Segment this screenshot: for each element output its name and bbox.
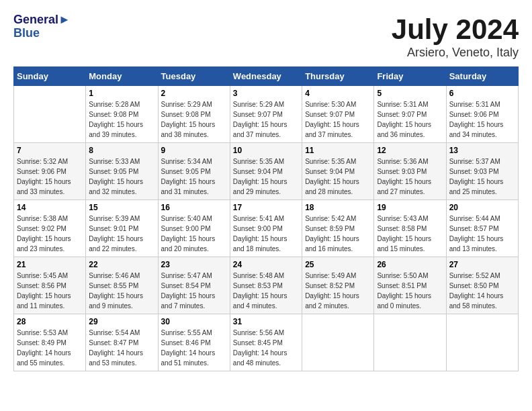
day-header-thursday: Thursday [302, 67, 374, 86]
day-number: 4 [305, 89, 371, 98]
day-header-tuesday: Tuesday [158, 67, 230, 86]
day-info: Sunrise: 5:52 AMSunset: 8:50 PMDaylight:… [449, 271, 515, 311]
week-row-2: 7Sunrise: 5:32 AMSunset: 9:06 PMDaylight… [14, 143, 519, 200]
day-number: 24 [233, 260, 299, 269]
week-row-3: 14Sunrise: 5:38 AMSunset: 9:02 PMDayligh… [14, 200, 519, 257]
day-info: Sunrise: 5:32 AMSunset: 9:06 PMDaylight:… [17, 156, 83, 197]
calendar-cell [446, 314, 518, 371]
day-info: Sunrise: 5:31 AMSunset: 9:07 PMDaylight:… [377, 99, 443, 140]
day-number: 30 [161, 317, 227, 326]
day-number: 12 [377, 146, 443, 155]
day-info: Sunrise: 5:39 AMSunset: 9:01 PMDaylight:… [89, 214, 154, 254]
calendar-cell: 22Sunrise: 5:46 AMSunset: 8:55 PMDayligh… [86, 257, 158, 314]
calendar-cell: 9Sunrise: 5:34 AMSunset: 9:05 PMDaylight… [158, 143, 230, 200]
calendar-cell: 24Sunrise: 5:48 AMSunset: 8:53 PMDayligh… [230, 257, 302, 314]
calendar-cell: 29Sunrise: 5:54 AMSunset: 8:47 PMDayligh… [86, 314, 158, 371]
day-info: Sunrise: 5:42 AMSunset: 8:59 PMDaylight:… [305, 214, 371, 254]
day-info: Sunrise: 5:56 AMSunset: 8:45 PMDaylight:… [233, 328, 299, 368]
header-row: SundayMondayTuesdayWednesdayThursdayFrid… [14, 67, 519, 86]
day-number: 10 [233, 146, 299, 155]
calendar-cell: 20Sunrise: 5:44 AMSunset: 8:57 PMDayligh… [446, 200, 518, 257]
day-info: Sunrise: 5:47 AMSunset: 8:54 PMDaylight:… [161, 271, 227, 311]
day-header-sunday: Sunday [14, 67, 86, 86]
calendar-title: July 2024 [392, 13, 519, 46]
calendar-cell: 31Sunrise: 5:56 AMSunset: 8:45 PMDayligh… [230, 314, 302, 371]
calendar-cell: 5Sunrise: 5:31 AMSunset: 9:07 PMDaylight… [374, 86, 446, 143]
day-info: Sunrise: 5:29 AMSunset: 9:07 PMDaylight:… [233, 99, 299, 140]
calendar-cell: 7Sunrise: 5:32 AMSunset: 9:06 PMDaylight… [14, 143, 86, 200]
calendar-cell: 19Sunrise: 5:43 AMSunset: 8:58 PMDayligh… [374, 200, 446, 257]
day-number: 3 [233, 89, 299, 98]
calendar-cell: 13Sunrise: 5:37 AMSunset: 9:03 PMDayligh… [446, 143, 518, 200]
day-number: 25 [305, 260, 371, 269]
title-block: July 2024 Arsiero, Veneto, Italy [392, 13, 519, 60]
week-row-5: 28Sunrise: 5:53 AMSunset: 8:49 PMDayligh… [14, 314, 519, 371]
day-info: Sunrise: 5:50 AMSunset: 8:51 PMDaylight:… [377, 271, 443, 311]
calendar-cell: 11Sunrise: 5:35 AMSunset: 9:04 PMDayligh… [302, 143, 374, 200]
day-number: 1 [89, 89, 154, 98]
calendar-cell: 16Sunrise: 5:40 AMSunset: 9:00 PMDayligh… [158, 200, 230, 257]
calendar-cell: 17Sunrise: 5:41 AMSunset: 9:00 PMDayligh… [230, 200, 302, 257]
day-number: 14 [17, 203, 83, 212]
day-header-saturday: Saturday [446, 67, 518, 86]
day-info: Sunrise: 5:55 AMSunset: 8:46 PMDaylight:… [161, 328, 227, 368]
day-number: 9 [161, 146, 227, 155]
day-info: Sunrise: 5:35 AMSunset: 9:04 PMDaylight:… [305, 156, 371, 197]
day-info: Sunrise: 5:34 AMSunset: 9:05 PMDaylight:… [161, 156, 227, 197]
day-number: 27 [449, 260, 515, 269]
calendar-cell: 28Sunrise: 5:53 AMSunset: 8:49 PMDayligh… [14, 314, 86, 371]
day-number: 6 [449, 89, 515, 98]
day-number: 22 [89, 260, 154, 269]
day-info: Sunrise: 5:48 AMSunset: 8:53 PMDaylight:… [233, 271, 299, 311]
calendar-cell: 21Sunrise: 5:45 AMSunset: 8:56 PMDayligh… [14, 257, 86, 314]
day-info: Sunrise: 5:33 AMSunset: 9:05 PMDaylight:… [89, 156, 154, 197]
day-header-monday: Monday [86, 67, 158, 86]
calendar-cell: 23Sunrise: 5:47 AMSunset: 8:54 PMDayligh… [158, 257, 230, 314]
day-number: 28 [17, 317, 83, 326]
day-info: Sunrise: 5:28 AMSunset: 9:08 PMDaylight:… [89, 99, 154, 140]
day-info: Sunrise: 5:44 AMSunset: 8:57 PMDaylight:… [449, 214, 515, 254]
day-info: Sunrise: 5:30 AMSunset: 9:07 PMDaylight:… [305, 99, 371, 140]
calendar-cell [302, 314, 374, 371]
calendar-cell: 12Sunrise: 5:36 AMSunset: 9:03 PMDayligh… [374, 143, 446, 200]
calendar-cell: 3Sunrise: 5:29 AMSunset: 9:07 PMDaylight… [230, 86, 302, 143]
day-info: Sunrise: 5:49 AMSunset: 8:52 PMDaylight:… [305, 271, 371, 311]
day-header-wednesday: Wednesday [230, 67, 302, 86]
calendar-cell [14, 86, 86, 143]
day-number: 17 [233, 203, 299, 212]
day-info: Sunrise: 5:36 AMSunset: 9:03 PMDaylight:… [377, 156, 443, 197]
day-number: 23 [161, 260, 227, 269]
calendar-cell: 10Sunrise: 5:35 AMSunset: 9:04 PMDayligh… [230, 143, 302, 200]
day-number: 13 [449, 146, 515, 155]
day-number: 15 [89, 203, 154, 212]
day-number: 26 [377, 260, 443, 269]
logo-line2: Blue [13, 27, 71, 40]
day-info: Sunrise: 5:37 AMSunset: 9:03 PMDaylight:… [449, 156, 515, 197]
day-info: Sunrise: 5:40 AMSunset: 9:00 PMDaylight:… [161, 214, 227, 254]
calendar-cell: 14Sunrise: 5:38 AMSunset: 9:02 PMDayligh… [14, 200, 86, 257]
calendar-cell: 8Sunrise: 5:33 AMSunset: 9:05 PMDaylight… [86, 143, 158, 200]
week-row-1: 1Sunrise: 5:28 AMSunset: 9:08 PMDaylight… [14, 86, 519, 143]
day-number: 7 [17, 146, 83, 155]
day-info: Sunrise: 5:45 AMSunset: 8:56 PMDaylight:… [17, 271, 83, 311]
day-info: Sunrise: 5:43 AMSunset: 8:58 PMDaylight:… [377, 214, 443, 254]
logo-line1: General► [13, 13, 71, 27]
day-info: Sunrise: 5:53 AMSunset: 8:49 PMDaylight:… [17, 328, 83, 368]
day-info: Sunrise: 5:38 AMSunset: 9:02 PMDaylight:… [17, 214, 83, 254]
day-info: Sunrise: 5:29 AMSunset: 9:08 PMDaylight:… [161, 99, 227, 140]
day-number: 21 [17, 260, 83, 269]
day-info: Sunrise: 5:41 AMSunset: 9:00 PMDaylight:… [233, 214, 299, 254]
calendar-subtitle: Arsiero, Veneto, Italy [392, 46, 519, 60]
calendar-cell: 25Sunrise: 5:49 AMSunset: 8:52 PMDayligh… [302, 257, 374, 314]
day-info: Sunrise: 5:35 AMSunset: 9:04 PMDaylight:… [233, 156, 299, 197]
calendar-cell: 15Sunrise: 5:39 AMSunset: 9:01 PMDayligh… [86, 200, 158, 257]
day-number: 5 [377, 89, 443, 98]
day-number: 18 [305, 203, 371, 212]
calendar-cell: 4Sunrise: 5:30 AMSunset: 9:07 PMDaylight… [302, 86, 374, 143]
day-number: 20 [449, 203, 515, 212]
day-number: 11 [305, 146, 371, 155]
calendar-cell: 26Sunrise: 5:50 AMSunset: 8:51 PMDayligh… [374, 257, 446, 314]
calendar-cell: 18Sunrise: 5:42 AMSunset: 8:59 PMDayligh… [302, 200, 374, 257]
day-number: 2 [161, 89, 227, 98]
calendar-cell: 2Sunrise: 5:29 AMSunset: 9:08 PMDaylight… [158, 86, 230, 143]
